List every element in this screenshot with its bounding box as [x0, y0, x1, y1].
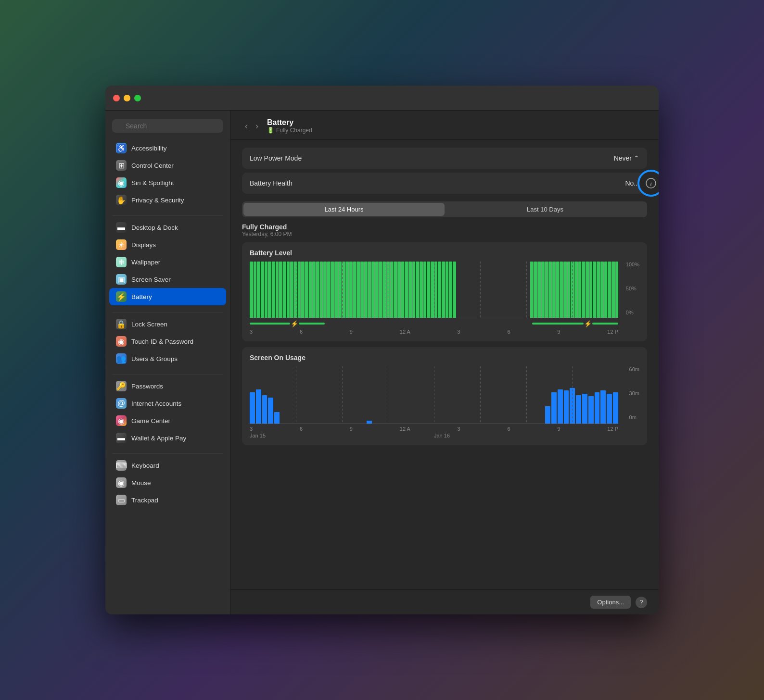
- screen-chart-area: [250, 366, 618, 424]
- screen-bar: [262, 395, 267, 424]
- dline-4: [434, 262, 434, 319]
- sidebar-item-game-center[interactable]: ◉ Game Center: [109, 412, 226, 429]
- close-button[interactable]: [113, 95, 120, 101]
- sidebar-item-wallet[interactable]: ▬ Wallet & Apple Pay: [109, 429, 226, 447]
- maximize-button[interactable]: [134, 95, 141, 101]
- lock-icon: 🔒: [116, 319, 127, 329]
- battery-bar: [560, 262, 563, 318]
- y-label-50: 50%: [626, 286, 639, 291]
- sx-label-6p: 6: [508, 426, 510, 432]
- battery-bar: [298, 262, 301, 318]
- sidebar-item-wallpaper[interactable]: ❄ Wallpaper: [109, 253, 226, 271]
- sidebar-item-control-center[interactable]: ⊞ Control Center: [109, 157, 226, 174]
- battery-bar: [563, 262, 567, 318]
- low-power-mode-value[interactable]: Never ⌃: [614, 154, 639, 162]
- sidebar-item-siri-spotlight[interactable]: ◉ Siri & Spotlight: [109, 174, 226, 191]
- sidebar-item-screen-saver[interactable]: ▣ Screen Saver: [109, 271, 226, 288]
- screen-usage-chart-section: Screen On Usage: [242, 347, 647, 445]
- sidebar-section-1: ♿ Accessibility ⊞ Control Center ◉ Siri …: [105, 139, 230, 209]
- x-label-3p: 3: [458, 329, 460, 335]
- battery-bar: [600, 262, 604, 318]
- battery-bar: [574, 262, 578, 318]
- charging-seg-2: [299, 323, 325, 325]
- battery-bar: [305, 262, 308, 318]
- sidebar-item-internet-accounts[interactable]: @ Internet Accounts: [109, 395, 226, 412]
- battery-bar: [364, 262, 368, 318]
- dline-1: [296, 262, 296, 319]
- help-button[interactable]: ?: [636, 597, 647, 608]
- x-label-9a: 9: [350, 329, 353, 335]
- battery-bar: [250, 262, 253, 318]
- battery-bar: [420, 262, 423, 318]
- sidebar-item-label: Mouse: [131, 479, 151, 487]
- minimize-button[interactable]: [124, 95, 130, 101]
- sidebar-item-label: Touch ID & Password: [131, 338, 193, 345]
- battery-bar: [556, 262, 560, 318]
- sidebar-item-touch-id[interactable]: ◉ Touch ID & Password: [109, 333, 226, 350]
- sidebar-item-privacy-security[interactable]: ✋ Privacy & Security: [109, 191, 226, 209]
- main-body: Low Power Mode Never ⌃ Battery Health No…: [230, 140, 659, 589]
- sidebar-item-displays[interactable]: ☀ Displays: [109, 236, 226, 253]
- battery-bar: [301, 262, 305, 318]
- svg-text:i: i: [650, 180, 652, 187]
- screen-bar: [268, 398, 273, 424]
- back-button[interactable]: ‹: [242, 120, 251, 132]
- screensaver-icon: ▣: [116, 274, 127, 285]
- battery-bar: [394, 262, 397, 318]
- battery-bar: [534, 262, 537, 318]
- sidebar-item-accessibility[interactable]: ♿ Accessibility: [109, 139, 226, 157]
- sidebar-item-mouse[interactable]: ◉ Mouse: [109, 474, 226, 491]
- tab-last-10-days[interactable]: Last 10 Days: [445, 203, 646, 216]
- wallpaper-icon: ❄: [116, 257, 127, 267]
- keyboard-icon: ⌨: [116, 460, 127, 471]
- battery-bar: [582, 262, 585, 318]
- dline-6: [526, 262, 527, 319]
- sidebar-item-trackpad[interactable]: ▭ Trackpad: [109, 491, 226, 509]
- battery-status-icon: 🔋: [267, 127, 274, 134]
- info-button[interactable]: i: [637, 170, 659, 197]
- options-button[interactable]: Options...: [590, 596, 631, 609]
- dline-5: [480, 262, 481, 319]
- battery-icon: ⚡: [116, 291, 127, 302]
- sidebar-item-label: Control Center: [131, 162, 174, 169]
- tab-last-24-hours[interactable]: Last 24 Hours: [243, 203, 445, 216]
- sidebar-item-label: Screen Saver: [131, 276, 171, 283]
- charging-seg-1: [250, 323, 290, 325]
- dline-7: [572, 262, 573, 319]
- passwords-icon: 🔑: [116, 381, 127, 391]
- charging-seg-4: [592, 323, 618, 325]
- screen-bar: [558, 389, 563, 424]
- date-jan15: Jan 15: [250, 433, 434, 438]
- sidebar-item-desktop-dock[interactable]: ▬ Desktop & Dock: [109, 219, 226, 236]
- screen-y-labels: 60m 30m 0m: [629, 366, 639, 420]
- sdline-2: [342, 366, 343, 424]
- bolt-icon-2: ⚡: [584, 320, 592, 327]
- sidebar-item-keyboard[interactable]: ⌨ Keyboard: [109, 457, 226, 474]
- main-header: ‹ › Battery 🔋 Fully Charged: [230, 111, 659, 140]
- sx-label-6a: 6: [300, 426, 303, 432]
- screen-bar: [582, 394, 587, 424]
- battery-bar: [349, 262, 353, 318]
- search-container: 🔍: [105, 116, 230, 139]
- sidebar-item-passwords[interactable]: 🔑 Passwords: [109, 377, 226, 395]
- internet-icon: @: [116, 398, 127, 409]
- sidebar-divider-1: [112, 215, 223, 216]
- screen-bar: [588, 396, 594, 424]
- search-input[interactable]: [112, 119, 223, 133]
- forward-button[interactable]: ›: [253, 120, 261, 132]
- sidebar-item-users-groups[interactable]: 👥 Users & Groups: [109, 350, 226, 367]
- x-label-9p: 9: [557, 329, 560, 335]
- sidebar-item-battery[interactable]: ⚡ Battery: [109, 288, 226, 305]
- sidebar-item-lock-screen[interactable]: 🔒 Lock Screen: [109, 315, 226, 333]
- battery-bar: [257, 262, 260, 318]
- battery-bar: [268, 262, 271, 318]
- desktop-icon: ▬: [116, 222, 127, 233]
- battery-bar: [353, 262, 357, 318]
- sidebar-item-label: Game Center: [131, 417, 170, 425]
- footer: Options... ?: [230, 589, 659, 614]
- screen-usage-title: Screen On Usage: [250, 354, 639, 362]
- battery-level-chart-section: Battery Level: [242, 242, 647, 341]
- charge-status: Fully Charged: [242, 223, 647, 231]
- battery-bar: [401, 262, 405, 318]
- battery-bar: [327, 262, 331, 318]
